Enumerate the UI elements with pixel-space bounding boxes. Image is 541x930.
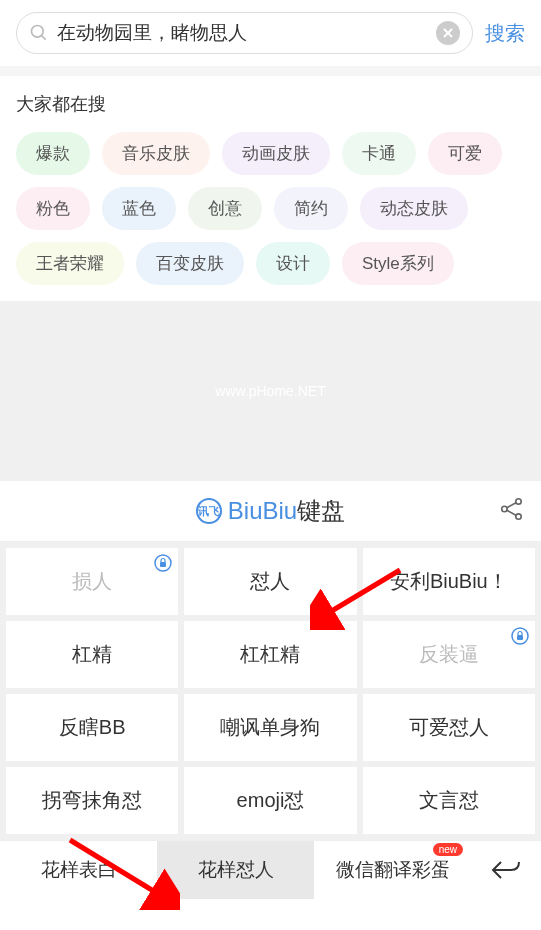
bottom-tab[interactable]: 微信翻译彩蛋new <box>314 841 471 899</box>
bottom-tabs: 花样表白花样怼人微信翻译彩蛋new <box>0 840 541 899</box>
phrase-grid: 损人怼人安利BiuBiu！杠精杠杠精反装逼反瞎BB嘲讽单身狗可爱怼人拐弯抹角怼e… <box>0 542 541 840</box>
hot-tag[interactable]: 设计 <box>256 242 330 285</box>
hot-tag[interactable]: 简约 <box>274 187 348 230</box>
hot-tag[interactable]: 粉色 <box>16 187 90 230</box>
lock-icon <box>511 627 529 645</box>
phrase-button[interactable]: 嘲讽单身狗 <box>184 694 356 761</box>
clear-button[interactable] <box>436 21 460 45</box>
search-button[interactable]: 搜索 <box>485 20 525 47</box>
svg-point-0 <box>32 26 44 38</box>
svg-point-6 <box>516 514 521 519</box>
svg-line-7 <box>507 503 517 508</box>
content-spacer: www.pHome.NET <box>0 301 541 481</box>
hot-tag[interactable]: 卡通 <box>342 132 416 175</box>
hot-tag[interactable]: 动态皮肤 <box>360 187 468 230</box>
phrase-button[interactable]: emoji怼 <box>184 767 356 834</box>
search-input-container[interactable] <box>16 12 473 54</box>
phrase-button[interactable]: 文言怼 <box>363 767 535 834</box>
svg-rect-10 <box>160 562 166 567</box>
bottom-tab[interactable]: 花样表白 <box>0 841 157 899</box>
bottom-tab[interactable]: 花样怼人 <box>157 841 314 899</box>
hot-tag[interactable]: Style系列 <box>342 242 454 285</box>
phrase-button[interactable]: 杠杠精 <box>184 621 356 688</box>
hot-tag[interactable]: 音乐皮肤 <box>102 132 210 175</box>
hot-tag[interactable]: 动画皮肤 <box>222 132 330 175</box>
phrase-button[interactable]: 损人 <box>6 548 178 615</box>
back-icon <box>491 858 521 882</box>
back-button[interactable] <box>471 842 541 898</box>
new-badge: new <box>433 843 463 856</box>
phrase-button[interactable]: 杠精 <box>6 621 178 688</box>
watermark: www.pHome.NET <box>215 383 325 399</box>
lock-icon <box>154 554 172 572</box>
phrase-button[interactable]: 安利BiuBiu！ <box>363 548 535 615</box>
keyboard-header: 讯飞 BiuBiu键盘 <box>0 481 541 542</box>
logo-icon: 讯飞 <box>196 498 222 524</box>
svg-rect-12 <box>517 635 523 640</box>
search-bar: 搜索 <box>0 0 541 66</box>
hot-tag[interactable]: 蓝色 <box>102 187 176 230</box>
hot-tag[interactable]: 王者荣耀 <box>16 242 124 285</box>
keyboard-title: BiuBiu键盘 <box>228 495 345 527</box>
hot-searches-section: 大家都在搜 爆款音乐皮肤动画皮肤卡通可爱粉色蓝色创意简约动态皮肤王者荣耀百变皮肤… <box>0 76 541 301</box>
phrase-button[interactable]: 反瞎BB <box>6 694 178 761</box>
hot-tag[interactable]: 创意 <box>188 187 262 230</box>
close-icon <box>442 27 454 39</box>
phrase-button[interactable]: 怼人 <box>184 548 356 615</box>
hot-tag[interactable]: 百变皮肤 <box>136 242 244 285</box>
hot-tag[interactable]: 可爱 <box>428 132 502 175</box>
svg-point-4 <box>502 506 507 511</box>
share-button[interactable] <box>499 496 525 526</box>
hot-title: 大家都在搜 <box>16 92 525 116</box>
phrase-button[interactable]: 可爱怼人 <box>363 694 535 761</box>
search-input[interactable] <box>57 22 428 44</box>
share-icon <box>499 496 525 522</box>
search-icon <box>29 23 49 43</box>
hot-tag[interactable]: 爆款 <box>16 132 90 175</box>
svg-line-1 <box>42 36 46 40</box>
phrase-button[interactable]: 反装逼 <box>363 621 535 688</box>
svg-line-8 <box>507 510 517 515</box>
svg-point-5 <box>516 499 521 504</box>
phrase-button[interactable]: 拐弯抹角怼 <box>6 767 178 834</box>
keyboard-logo: 讯飞 BiuBiu键盘 <box>196 495 345 527</box>
tag-grid: 爆款音乐皮肤动画皮肤卡通可爱粉色蓝色创意简约动态皮肤王者荣耀百变皮肤设计Styl… <box>16 132 525 285</box>
divider <box>0 66 541 76</box>
